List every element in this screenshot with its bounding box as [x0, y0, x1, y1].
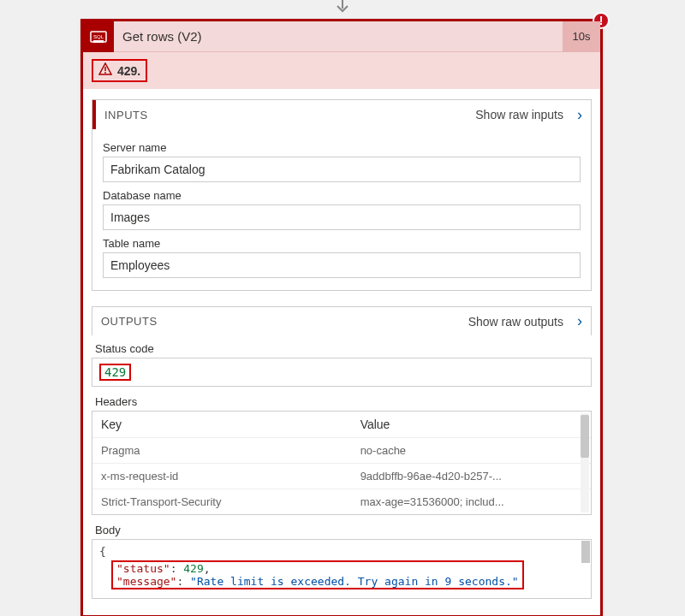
header-key: x-ms-request-id: [92, 464, 352, 489]
table-row: x-ms-request-id 9addbffb-96ae-4d20-b257-…: [92, 464, 591, 489]
error-bar: 429.: [83, 52, 600, 89]
headers-col-value: Value: [352, 412, 571, 437]
warning-icon: [98, 62, 112, 79]
header-value: max-age=31536000; includ...: [352, 489, 571, 514]
table-name-value: Employees: [103, 252, 581, 278]
error-code: 429.: [117, 64, 140, 78]
server-name-label: Server name: [103, 141, 581, 154]
database-name-value: Images: [103, 204, 581, 230]
server-name-value: Fabrikam Catalog: [103, 157, 581, 182]
database-name-label: Database name: [103, 189, 581, 202]
duration-chip: 10s: [563, 21, 600, 52]
table-row: Pragma no-cache: [92, 438, 591, 464]
header-key: Pragma: [92, 438, 352, 463]
show-raw-outputs-link[interactable]: Show raw outputs: [468, 315, 569, 329]
status-code-value: 429: [99, 364, 131, 381]
arrow-down-icon: [335, 0, 350, 14]
body-box: { "status": 429, "message": "Rate limit …: [92, 539, 592, 599]
card-title: Get rows (V2): [114, 29, 563, 44]
svg-text:SQL: SQL: [93, 34, 104, 39]
sql-icon: SQL: [83, 21, 114, 52]
headers-col-key: Key: [92, 412, 352, 437]
header-key: Strict-Transport-Security: [92, 489, 352, 514]
svg-point-4: [104, 72, 106, 74]
headers-header-row: Key Value: [92, 412, 591, 438]
body-highlight: "status": 429, "message": "Rate limit is…: [111, 560, 524, 589]
headers-table: Key Value Pragma no-cache x-ms-request-i…: [92, 411, 592, 515]
inputs-title: INPUTS: [96, 109, 475, 121]
table-name-label: Table name: [103, 237, 581, 250]
show-raw-inputs-link[interactable]: Show raw inputs: [475, 108, 569, 121]
inputs-section: INPUTS Show raw inputs › Server name Fab…: [92, 99, 592, 291]
scrollbar[interactable]: [581, 541, 590, 563]
status-code-value-box: 429: [92, 358, 592, 387]
scrollbar[interactable]: [581, 413, 589, 512]
status-code-label: Status code: [95, 342, 600, 355]
body-label: Body: [95, 524, 588, 536]
card-header[interactable]: SQL Get rows (V2) 10s: [83, 21, 600, 52]
chevron-right-icon[interactable]: ›: [569, 106, 591, 124]
action-card[interactable]: ! SQL Get rows (V2) 10s 429.: [80, 19, 603, 616]
headers-label: Headers: [95, 395, 588, 408]
svg-rect-1: [93, 40, 104, 43]
chevron-right-icon[interactable]: ›: [569, 312, 591, 330]
outputs-title: OUTPUTS: [92, 315, 468, 328]
header-value: 9addbffb-96ae-4d20-b257-...: [352, 464, 571, 489]
header-value: no-cache: [352, 438, 571, 463]
table-row: Strict-Transport-Security max-age=315360…: [92, 489, 591, 514]
json-brace: {: [99, 545, 106, 558]
